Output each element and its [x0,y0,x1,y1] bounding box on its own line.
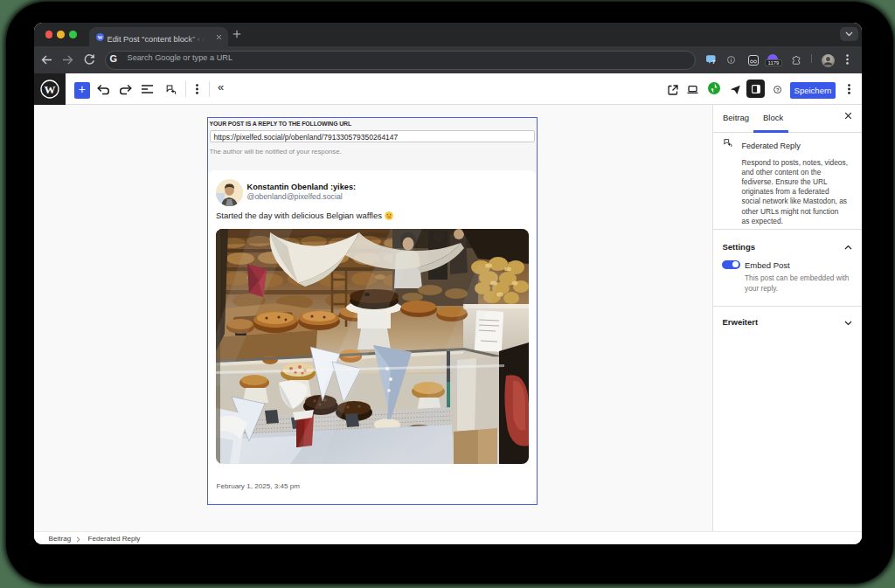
svg-text:?: ? [776,86,780,92]
svg-text:W: W [98,34,103,39]
svg-text:W: W [44,82,55,95]
